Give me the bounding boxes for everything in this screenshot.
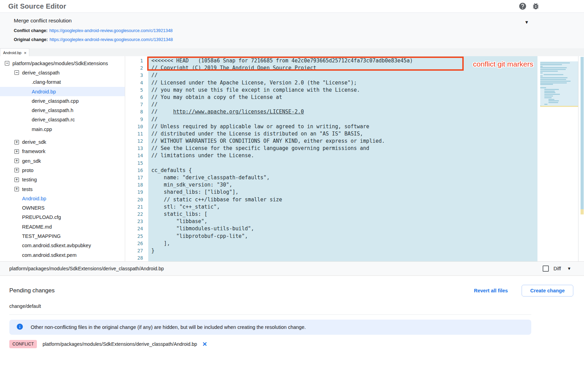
- expand-node-icon[interactable]: +: [14, 178, 19, 182]
- code-line[interactable]: // See the License for the specific lang…: [148, 145, 537, 152]
- code-line[interactable]: [148, 160, 537, 167]
- tree-item-proto[interactable]: +proto: [0, 165, 125, 175]
- diff-checkbox[interactable]: [543, 265, 549, 272]
- tab-android-bp[interactable]: Android.bp ×: [0, 48, 29, 56]
- tree-item-label: tests: [22, 187, 33, 192]
- revert-all-files-button[interactable]: Revert all files: [474, 288, 508, 293]
- code-line[interactable]: // distributed under the License is dist…: [148, 130, 537, 138]
- bug-report-icon[interactable]: [532, 2, 540, 10]
- app-title: Git Source Editor: [8, 2, 518, 10]
- expand-node-icon[interactable]: +: [14, 159, 19, 163]
- code-line[interactable]: //: [148, 72, 537, 79]
- code-content[interactable]: <<<<<<< HEAD (1058a6 Snap for 7216685 fr…: [148, 56, 537, 261]
- code-line[interactable]: min_sdk_version: "30",: [148, 181, 537, 189]
- tab-strip: Android.bp ×: [0, 48, 584, 56]
- tree-item-readme-md[interactable]: README.md: [0, 222, 125, 231]
- tree-item-label: OWNERS: [22, 205, 44, 211]
- tree-item-derive-sdk[interactable]: +derive_sdk: [0, 137, 125, 147]
- overview-ruler[interactable]: [578, 56, 584, 261]
- code-line[interactable]: "libprotobuf-cpp-lite",: [148, 233, 537, 240]
- tree-item-preupload-cfg[interactable]: PREUPLOAD.cfg: [0, 213, 125, 222]
- tree-item-framework[interactable]: +framework: [0, 147, 125, 156]
- minimap-column: [540, 56, 578, 261]
- collapse-node-icon[interactable]: −: [5, 61, 9, 66]
- tree-item-android-bp[interactable]: Android.bp: [0, 194, 125, 203]
- tree-item-derive-classpath-rc[interactable]: derive_classpath.rc: [0, 115, 125, 124]
- tree-item-testing[interactable]: +testing: [0, 175, 125, 184]
- collapse-node-icon[interactable]: −: [14, 70, 19, 75]
- line-number: 7: [125, 101, 148, 108]
- line-number: 8: [125, 108, 148, 115]
- diff-dropdown-icon[interactable]: ▼: [567, 266, 571, 271]
- line-number: 24: [125, 225, 148, 232]
- minimap[interactable]: [540, 61, 578, 107]
- tree-item-derive-classpath-h[interactable]: derive_classpath.h: [0, 105, 125, 115]
- code-line[interactable]: // static c++/libbase for smaller size: [148, 196, 537, 203]
- expand-node-icon[interactable]: +: [14, 168, 19, 172]
- tree-item-label: README.md: [22, 224, 52, 230]
- code-line[interactable]: // Unless required by applicable law or …: [148, 123, 537, 130]
- minimap-line: [540, 72, 543, 73]
- tab-close-icon[interactable]: ×: [24, 51, 27, 55]
- code-line[interactable]: cc_defaults {: [148, 167, 537, 174]
- tree-item-platform-packages-modules-sdkextensions[interactable]: −platform/packages/modules/SdkExtensions: [0, 59, 125, 68]
- tree-item-gen-sdk[interactable]: +gen_sdk: [0, 156, 125, 165]
- minimap-line: [544, 92, 555, 93]
- code-line[interactable]: "libmodules-utils-build",: [148, 225, 537, 232]
- code-line[interactable]: // WITHOUT WARRANTIES OR CONDITIONS OF A…: [148, 138, 537, 145]
- tree-item-label: gen_sdk: [22, 158, 41, 164]
- collapse-panel-icon[interactable]: ▼: [524, 20, 529, 25]
- code-line[interactable]: //: [148, 116, 537, 123]
- create-change-button[interactable]: Create change: [522, 285, 573, 296]
- code-line[interactable]: // You may obtain a copy of the License …: [148, 94, 537, 101]
- tree-item--clang-format[interactable]: .clang-format: [0, 78, 125, 87]
- tree-item-label: derive_classpath.h: [32, 108, 73, 113]
- help-icon[interactable]: [518, 2, 527, 10]
- code-line[interactable]: static_libs: [: [148, 211, 537, 218]
- line-number: 25: [125, 233, 148, 240]
- tree-item-derive-classpath-cpp[interactable]: derive_classpath.cpp: [0, 96, 125, 105]
- expand-node-icon[interactable]: +: [14, 149, 19, 154]
- code-line[interactable]: // limitations under the License.: [148, 152, 537, 159]
- minimap-line: [544, 97, 552, 98]
- conflict-change-link[interactable]: https://googleplex-android-review.google…: [49, 28, 173, 33]
- code-line[interactable]: // Copyright (C) 2019 The Android Open S…: [148, 64, 537, 72]
- tree-item-com-android-sdkext-pem[interactable]: com.android.sdkext.pem: [0, 250, 125, 260]
- code-line[interactable]: stl: "c++_static",: [148, 203, 537, 211]
- code-line[interactable]: // you may not use this file except in c…: [148, 87, 537, 94]
- tab-label: Android.bp: [3, 51, 21, 55]
- line-number: 27: [125, 247, 148, 254]
- expand-node-icon[interactable]: +: [14, 187, 19, 191]
- code-line[interactable]: name: "derive_classpath-defaults",: [148, 174, 537, 181]
- minimap-line: [540, 69, 566, 70]
- code-line[interactable]: "libbase",: [148, 218, 537, 225]
- diff-label: Diff: [554, 266, 561, 271]
- code-line[interactable]: // http://www.apache.org/licenses/LICENS…: [148, 108, 537, 115]
- code-line[interactable]: <<<<<<< HEAD (1058a6 Snap for 7216685 fr…: [148, 57, 537, 64]
- tree-item-label: derive_classpath.cpp: [32, 98, 79, 104]
- tree-item-derive-classpath[interactable]: −derive_classpath: [0, 68, 125, 77]
- minimap-line: [540, 79, 566, 80]
- code-line[interactable]: [148, 254, 537, 261]
- code-line[interactable]: //: [148, 101, 537, 108]
- code-line[interactable]: shared_libs: ["liblog"],: [148, 189, 537, 196]
- code-line[interactable]: }: [148, 247, 537, 254]
- expand-node-icon[interactable]: +: [14, 140, 19, 144]
- tree-item-test-mapping[interactable]: TEST_MAPPING: [0, 231, 125, 241]
- tree-item-android-bp[interactable]: Android.bp: [0, 87, 125, 96]
- remove-file-icon[interactable]: ✕: [202, 341, 207, 348]
- tree-item-label: platform/packages/modules/SdkExtensions: [12, 61, 108, 66]
- minimap-line: [544, 74, 563, 75]
- tree-item-owners[interactable]: OWNERS: [0, 203, 125, 212]
- license-url: http://www.apache.org/licenses/LICENSE-2…: [173, 109, 304, 115]
- status-path-bar: platform/packages/modules/SdkExtensions/…: [0, 261, 584, 276]
- original-change-link[interactable]: https://googleplex-android-review.google…: [50, 37, 173, 42]
- line-number: 3: [125, 72, 148, 79]
- tree-item-label: derive_classpath.rc: [32, 117, 75, 122]
- code-line[interactable]: ],: [148, 240, 537, 247]
- code-line[interactable]: // Licensed under the Apache License, Ve…: [148, 79, 537, 87]
- tree-item-com-android-sdkext-avbpubkey[interactable]: com.android.sdkext.avbpubkey: [0, 241, 125, 250]
- code-editor[interactable]: 1234567891011121314151617181920212223242…: [125, 56, 537, 261]
- tree-item-main-cpp[interactable]: main.cpp: [0, 124, 125, 134]
- tree-item-tests[interactable]: +tests: [0, 184, 125, 194]
